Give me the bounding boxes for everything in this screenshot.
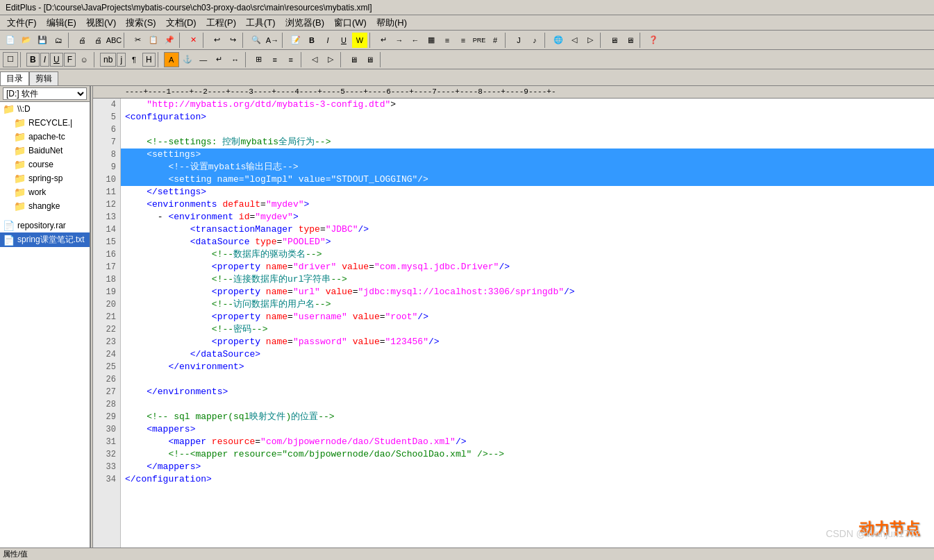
para-btn[interactable]: ¶	[126, 52, 142, 67]
tree-item-recycle[interactable]: 📁 RECYCLE.|	[0, 116, 90, 130]
cliptext-btn[interactable]: 📝	[288, 33, 303, 48]
table-btn[interactable]: ⊞	[251, 52, 267, 67]
bold-btn[interactable]: B	[26, 53, 40, 67]
align-btn[interactable]: ≡	[440, 33, 455, 48]
smiley-btn[interactable]: ☺	[76, 52, 92, 67]
wrap-btn[interactable]: ↵	[376, 33, 391, 48]
browser-btn[interactable]: 🌐	[551, 33, 566, 48]
linenum-27: 27	[93, 386, 120, 398]
folder-icon: 📁	[3, 103, 15, 114]
highlight-btn[interactable]: W	[352, 33, 367, 48]
h-btn[interactable]: H	[142, 53, 156, 67]
italic-btn[interactable]: I	[40, 53, 49, 67]
explore-btn[interactable]: 🖥	[347, 52, 362, 67]
sep6	[282, 33, 286, 48]
tree-item-work[interactable]: 📁 work	[0, 185, 90, 199]
sep3	[179, 33, 183, 48]
undo-btn[interactable]: ↩	[209, 33, 224, 48]
code-line-20: <!--访问数据库的用户名-->	[121, 298, 934, 311]
find-btn[interactable]: 🔍	[249, 33, 264, 48]
tree-item-spring-sp[interactable]: 📁 spring-sp	[0, 171, 90, 185]
br-btn[interactable]: ↵	[212, 52, 227, 67]
tree-item-repo[interactable]: 📄 repository.rar	[0, 219, 90, 232]
prev-btn[interactable]: ◁	[307, 52, 322, 67]
tree-item-vd[interactable]: 📁 \\:D	[0, 102, 90, 116]
menu-file[interactable]: 文件(F)	[3, 16, 41, 30]
code-line-6	[121, 124, 934, 136]
tree-item-apache[interactable]: 📁 apache-tc	[0, 130, 90, 144]
tree-item-course[interactable]: 📁 course	[0, 158, 90, 171]
pre-btn[interactable]: PRE	[472, 33, 487, 48]
code-line-31: <mapper resource="com/bjpowernode/dao/St…	[121, 436, 934, 448]
monitor2-btn[interactable]: 🖥	[622, 33, 637, 48]
folder-icon-shangke: 📁	[14, 201, 26, 212]
save-btn[interactable]: 💾	[35, 33, 50, 48]
table2-btn[interactable]: ≡	[267, 52, 283, 67]
lowercase-btn[interactable]: I	[320, 33, 335, 48]
redo-btn[interactable]: ↪	[225, 33, 240, 48]
linenum-btn[interactable]: #	[487, 33, 503, 48]
menu-tools[interactable]: 工具(T)	[242, 16, 280, 30]
paste-btn[interactable]: 📌	[162, 33, 177, 48]
menu-window[interactable]: 窗口(W)	[330, 16, 371, 30]
sep18	[380, 52, 384, 67]
menu-browser[interactable]: 浏览器(B)	[281, 16, 328, 30]
tree-item-baidu[interactable]: 📁 BaiduNet	[0, 144, 90, 158]
font-btn[interactable]: F	[64, 53, 76, 67]
explore2-btn[interactable]: 🖥	[362, 52, 378, 67]
tree-item-notes[interactable]: 📄 spring课堂笔记.txt	[0, 232, 90, 247]
menu-help[interactable]: 帮助(H)	[372, 16, 411, 30]
nbsp-btn[interactable]: ↔	[228, 52, 243, 67]
hr-btn[interactable]: —	[196, 52, 211, 67]
next-btn[interactable]: ▷	[323, 52, 338, 67]
new-btn[interactable]: 📄	[3, 33, 18, 48]
help2-btn[interactable]: ❓	[646, 33, 661, 48]
print-btn[interactable]: 🖨	[90, 33, 106, 48]
sep10	[600, 33, 604, 48]
tb2-btn1[interactable]: ☐	[3, 52, 18, 67]
sep1	[68, 33, 72, 48]
color-btn[interactable]: A	[164, 52, 179, 67]
tag2-btn[interactable]: ♪	[527, 33, 542, 48]
linenum-31: 31	[93, 436, 120, 448]
underline-btn[interactable]: U	[336, 33, 351, 48]
block-btn[interactable]: ▦	[424, 33, 439, 48]
outdent-btn[interactable]: ←	[408, 33, 423, 48]
delete-btn[interactable]: ✕	[185, 33, 201, 48]
code-line-8: <settings>	[121, 149, 934, 161]
spell-btn[interactable]: ABC	[106, 33, 122, 48]
table3-btn[interactable]: ≡	[283, 52, 299, 67]
print-preview-btn[interactable]: 🖨	[74, 33, 90, 48]
menu-view[interactable]: 视图(V)	[82, 16, 120, 30]
ul-btn[interactable]: U	[50, 53, 63, 67]
menu-doc[interactable]: 文档(D)	[162, 16, 201, 30]
forward-btn[interactable]: ▷	[583, 33, 598, 48]
menu-search[interactable]: 搜索(S)	[122, 16, 160, 30]
uppercase-btn[interactable]: B	[304, 33, 319, 48]
save-all-btn[interactable]: 🗂	[51, 33, 66, 48]
drive-dropdown[interactable]: [D:] 软件	[3, 87, 87, 100]
menu-edit[interactable]: 编辑(E)	[42, 16, 81, 30]
indent-btn[interactable]: →	[392, 33, 407, 48]
cut-btn[interactable]: ✂	[130, 33, 145, 48]
j-btn[interactable]: j	[117, 53, 126, 67]
tree-item-shangke[interactable]: 📁 shangke	[0, 199, 90, 213]
tag1-btn[interactable]: J	[511, 33, 526, 48]
code-area[interactable]: 4 5 6 7 8 9 10 11 12 13 14 15 16 17 18 1…	[93, 99, 934, 548]
open-btn[interactable]: 📂	[19, 33, 34, 48]
anchor-btn[interactable]: ⚓	[180, 52, 195, 67]
menu-project[interactable]: 工程(P)	[202, 16, 240, 30]
file-icon-notes: 📄	[3, 235, 15, 246]
linenum-17: 17	[93, 261, 120, 273]
tab-dir[interactable]: 目录	[0, 71, 29, 85]
code-line-24: </dataSource>	[121, 348, 934, 361]
back-btn[interactable]: ◁	[567, 33, 582, 48]
drive-selector: [D:] 软件	[0, 86, 90, 102]
linenum-30: 30	[93, 423, 120, 436]
align2-btn[interactable]: ≡	[456, 33, 471, 48]
tab-clip[interactable]: 剪辑	[29, 71, 58, 85]
monitor-btn[interactable]: 🖥	[606, 33, 622, 48]
replace-btn[interactable]: A→	[265, 33, 280, 48]
copy-btn[interactable]: 📋	[146, 33, 161, 48]
nb-btn[interactable]: nb	[100, 53, 116, 67]
